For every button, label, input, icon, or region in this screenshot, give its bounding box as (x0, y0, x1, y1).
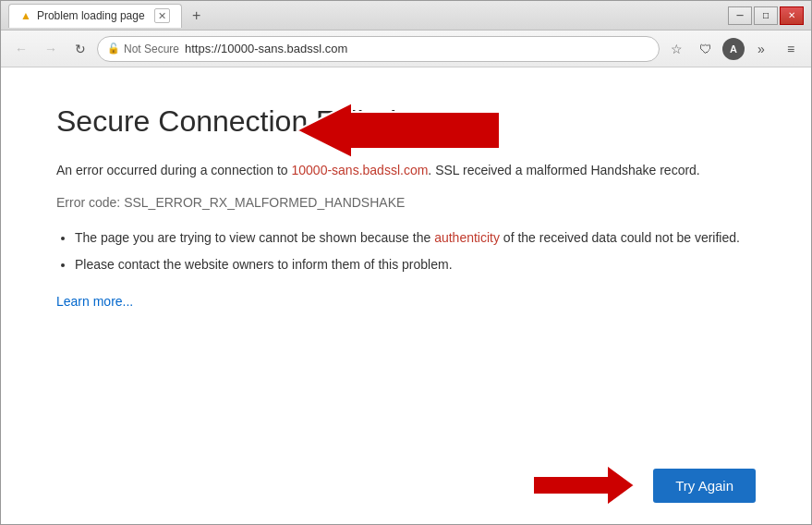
window-close-button[interactable]: ✕ (780, 6, 804, 25)
try-again-button[interactable]: Try Again (653, 469, 756, 503)
bottom-action-area: Try Again (1, 465, 811, 524)
minimize-button[interactable]: ─ (728, 6, 752, 25)
error-code-line: Error code: SSL_ERROR_RX_MALFORMED_HANDS… (56, 195, 756, 210)
url-display: https://10000-sans.badssl.com (185, 42, 347, 55)
address-bar[interactable]: 🔓 Not Secure https://10000-sans.badssl.c… (97, 36, 660, 62)
tab-title-label: Problem loading page (37, 9, 145, 22)
new-tab-button[interactable]: + (186, 5, 208, 27)
error-bullet-list: The page you are trying to view cannot b… (75, 228, 756, 275)
not-secure-indicator: 🔓 Not Secure (107, 43, 179, 55)
nav-right-icons: ☆ 🛡 A » ≡ (663, 36, 804, 62)
pocket-button[interactable]: 🛡 (693, 36, 719, 62)
error-description: An error occurred during a connection to… (56, 161, 721, 180)
tab-warning-icon: ▲ (20, 9, 31, 22)
lock-icon: 🔓 (107, 43, 120, 55)
browser-window: ▲ Problem loading page ✕ + ─ □ ✕ ← → ↻ 🔓… (0, 0, 812, 525)
domain-highlight: 10000-sans.badssl.com (291, 163, 428, 177)
bullet-item-1: The page you are trying to view cannot b… (75, 228, 756, 248)
menu-button[interactable]: ≡ (778, 36, 804, 62)
annotation-arrow-title (297, 103, 500, 158)
back-button[interactable]: ← (8, 36, 34, 62)
bookmark-button[interactable]: ☆ (663, 36, 689, 62)
annotation-arrow-try-again (533, 465, 635, 506)
user-avatar[interactable]: A (722, 38, 745, 60)
page-content: Secure Connection Failed An error occurr… (1, 67, 811, 465)
svg-marker-0 (297, 103, 500, 158)
browser-tab[interactable]: ▲ Problem loading page ✕ (8, 4, 182, 28)
window-controls: ─ □ ✕ (728, 6, 804, 25)
not-secure-label: Not Secure (124, 43, 179, 55)
authenticity-highlight: authenticity (434, 230, 500, 245)
tab-close-button[interactable]: ✕ (154, 8, 170, 23)
navigation-bar: ← → ↻ 🔓 Not Secure https://10000-sans.ba… (1, 31, 811, 67)
maximize-button[interactable]: □ (754, 6, 778, 25)
title-bar: ▲ Problem loading page ✕ + ─ □ ✕ (1, 1, 811, 31)
forward-button[interactable]: → (38, 36, 64, 62)
bullet-item-2: Please contact the website owners to inf… (75, 255, 756, 275)
error-code-value: SSL_ERROR_RX_MALFORMED_HANDSHAKE (124, 195, 405, 210)
overflow-button[interactable]: » (748, 36, 774, 62)
refresh-button[interactable]: ↻ (67, 36, 93, 62)
learn-more-link[interactable]: Learn more... (56, 294, 133, 309)
svg-marker-1 (533, 465, 635, 506)
